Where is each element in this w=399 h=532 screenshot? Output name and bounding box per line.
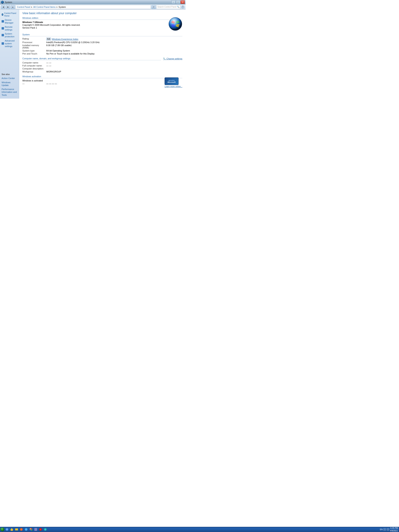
sidebar-item-advanced-settings[interactable]: Advanced system settings (0, 39, 19, 49)
refresh-button[interactable]: ↺ (152, 5, 156, 9)
genuine-text-brand: Microsoft (168, 81, 176, 83)
sidebar-item-system-protection-label: System protection (5, 32, 17, 38)
genuine-text-main: genuine (169, 79, 175, 81)
product-id-row: — — — — — (22, 82, 57, 85)
computer-name-row: Computer name: — — (22, 62, 182, 64)
activation-label: Windows activation (22, 75, 41, 78)
windows-edition-section: Windows edition Windows 7 Ultimate Copyr… (22, 17, 182, 31)
genuine-badge: genuine Microsoft Learn more online... (165, 77, 182, 88)
search-icon: 🔍 (177, 6, 179, 8)
address-bar: ◀ ▶ ▲ Control Panel ▶ All Control Panel … (0, 4, 185, 10)
action-center-label: Action Center (2, 77, 15, 80)
change-settings-text: Change settings (167, 57, 183, 60)
rating-badge: 9.0 (46, 38, 51, 40)
search-placeholder: Search Control Panel (157, 6, 176, 8)
computer-name-label: Computer name: (22, 62, 46, 64)
performance-info-label: Performance Information and Tools (2, 88, 17, 96)
breadcrumb: Control Panel ▶ All Control Panel Items … (16, 5, 151, 9)
globe-icon (1, 1, 4, 4)
workgroup-label: Workgroup: (22, 70, 46, 73)
product-id-label: — (22, 82, 46, 85)
memory-value: 8.00 GB (7.89 GB usable) (46, 44, 72, 49)
activation-info: Windows is activated — — — — — (22, 79, 57, 85)
computer-desc-label: Computer description: (22, 67, 46, 70)
home-icon (2, 13, 3, 16)
system-type-value: 64-bit Operating System (46, 50, 70, 52)
see-also-label: See also (0, 72, 19, 76)
system-type-label: System type: (22, 50, 46, 52)
windows-service-pack: Service Pack 1 (22, 26, 168, 29)
full-computer-name-row: Full computer name: — — (22, 64, 182, 67)
memory-row: Installed memory (RAM): 8.00 GB (7.89 GB… (22, 44, 182, 49)
sidebar-item-advanced-settings-label: Advanced system settings (5, 39, 17, 48)
pen-touch-value: No Pen or Touch Input is available for t… (46, 52, 95, 55)
sidebar-item-remote-settings-label: Remote settings (5, 25, 17, 31)
search-box[interactable]: Search Control Panel 🔍 (156, 5, 180, 9)
computer-section-header-row: Computer name, domain, and workgroup set… (22, 57, 182, 62)
title-bar: System − □ ✕ (0, 0, 185, 4)
breadcrumb-control-panel[interactable]: Control Panel (17, 6, 30, 8)
change-settings-link[interactable]: 🔧 Change settings (163, 57, 182, 60)
breadcrumb-system: System (59, 6, 66, 8)
breadcrumb-sep-1: ▶ (31, 6, 32, 8)
workgroup-value: WORKGROUP (46, 70, 61, 73)
learn-more-link[interactable]: Learn more online... (165, 85, 182, 88)
window-title: System (5, 1, 12, 3)
system-section: System Rating: 9.0 Windows Experience In… (22, 33, 182, 55)
forward-button[interactable]: ▶ (6, 5, 10, 9)
rating-label: Rating: (22, 38, 46, 40)
computer-section-header: Computer name, domain, and workgroup set… (22, 57, 161, 60)
memory-label: Installed memory (RAM): (22, 44, 46, 49)
windows-copyright: Copyright © 2009 Microsoft Corporation. … (22, 24, 168, 26)
maximize-button[interactable]: □ (176, 0, 180, 4)
windows-edition-header: Windows edition (22, 17, 182, 20)
back-button[interactable]: ◀ (1, 5, 5, 9)
window-controls: − □ ✕ (171, 0, 185, 4)
system-protection-icon (2, 34, 4, 36)
workgroup-row: Workgroup: WORKGROUP (22, 70, 182, 73)
window-icon (1, 0, 4, 4)
system-section-header: System (22, 33, 182, 36)
advanced-settings-icon (2, 42, 4, 45)
windows-experience-index-link[interactable]: Windows Experience Index (52, 38, 78, 40)
minimize-button[interactable]: − (171, 0, 176, 4)
main-container: Control Panel Home Device Manager Remote… (0, 10, 185, 99)
sidebar-item-action-center[interactable]: Action Center (0, 76, 19, 80)
windows-logo (168, 17, 182, 31)
computer-section-label: Computer name, domain, and workgroup set… (22, 57, 70, 60)
sidebar-item-system-protection[interactable]: System protection (0, 32, 19, 39)
edition-with-logo: Windows 7 Ultimate Copyright © 2009 Micr… (22, 21, 182, 31)
processor-label: Processor: (22, 41, 46, 44)
edition-info: Windows 7 Ultimate Copyright © 2009 Micr… (22, 21, 168, 29)
windows-update-label: Windows Update (2, 81, 17, 87)
content-area: View basic information about your comput… (19, 10, 185, 99)
computer-desc-row: Computer description: (22, 67, 182, 70)
sidebar-item-device-manager-label: Device Manager (5, 19, 17, 24)
device-manager-icon (2, 20, 4, 23)
rating-value[interactable]: 9.0 Windows Experience Index (46, 38, 78, 40)
activation-section: Windows activation Windows is activated … (22, 75, 182, 88)
system-type-row: System type: 64-bit Operating System (22, 50, 182, 52)
rating-row: Rating: 9.0 Windows Experience Index (22, 38, 182, 40)
processor-row: Processor: Intel(R) Pentium(R) CPU G3250… (22, 41, 182, 44)
system-label: System (22, 33, 30, 36)
close-button[interactable]: ✕ (181, 0, 185, 4)
breadcrumb-all-items[interactable]: All Control Panel Items (33, 6, 56, 8)
cp-home-label: Control Panel Home (4, 12, 17, 17)
windows-edition-label: Windows edition (22, 17, 38, 19)
help-button[interactable]: ? (181, 5, 184, 9)
page-title: View basic information about your comput… (22, 12, 182, 15)
remote-settings-icon (2, 27, 4, 30)
sidebar-item-control-panel-home[interactable]: Control Panel Home (0, 11, 19, 18)
sidebar-item-remote-settings[interactable]: Remote settings (0, 25, 19, 32)
full-computer-name-label: Full computer name: (22, 64, 46, 67)
full-computer-name-value: — — (46, 64, 51, 67)
windows-edition-name: Windows 7 Ultimate (22, 21, 168, 23)
sidebar-item-performance-info[interactable]: Performance Information and Tools (0, 87, 19, 97)
pen-touch-label: Pen and Touch: (22, 52, 46, 55)
up-button[interactable]: ▲ (11, 5, 15, 9)
windows-orb-svg (168, 17, 182, 31)
sidebar-item-windows-update[interactable]: Windows Update (0, 80, 19, 87)
sidebar-item-device-manager[interactable]: Device Manager (0, 18, 19, 25)
computer-name-section: Computer name, domain, and workgroup set… (22, 57, 182, 73)
